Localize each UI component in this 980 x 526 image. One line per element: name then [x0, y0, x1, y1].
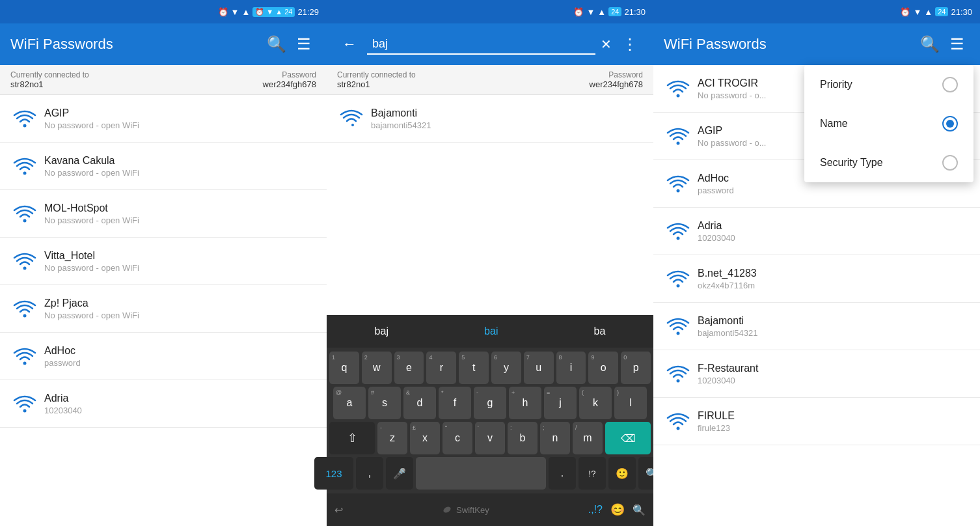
wifi-item-p1-2[interactable]: MOL-HotSpot No password - open WiFi	[0, 190, 327, 238]
wifi-icon-p3-7	[664, 407, 692, 436]
wifi-item-p1-1[interactable]: Kavana Cakula No password - open WiFi	[0, 143, 327, 190]
key-o[interactable]: 9o	[588, 352, 618, 384]
key-delete[interactable]: ⌫	[605, 422, 651, 454]
back-button[interactable]: ←	[337, 31, 362, 58]
filter-button-3[interactable]: ☰	[945, 30, 970, 59]
wifi-item-p1-3[interactable]: Vitta_Hotel No password - open WiFi	[0, 238, 327, 285]
wifi-item-p3-7[interactable]: FIRULE firule123	[653, 398, 980, 445]
search-button-1[interactable]: 🔍	[262, 30, 292, 59]
key-r[interactable]: 4r	[426, 352, 456, 384]
password-label-2: Password	[590, 70, 643, 79]
wifi-item-p3-3[interactable]: Adria 10203040	[653, 208, 980, 255]
key-z[interactable]: -z	[377, 422, 407, 454]
signal-icon-3: ▲	[924, 7, 932, 17]
key-i[interactable]: 8i	[556, 352, 586, 384]
wifi-item-p1-5[interactable]: AdHoc password	[0, 333, 327, 380]
svg-point-4	[23, 314, 27, 318]
key-w[interactable]: 2w	[362, 352, 392, 384]
suggestion-bai[interactable]: bai	[469, 320, 513, 342]
key-l[interactable]: )l	[614, 387, 647, 419]
alarm-icon-3: ⏰	[900, 7, 910, 17]
wifi-item-p1-4[interactable]: Zp! Pjaca No password - open WiFi	[0, 285, 327, 333]
key-s[interactable]: #s	[368, 387, 401, 419]
search-result-sub: bajamonti54321	[371, 120, 643, 130]
key-t[interactable]: 5t	[459, 352, 489, 384]
svg-point-0	[23, 124, 27, 128]
key-shift[interactable]: ⇧	[329, 422, 375, 454]
key-mic[interactable]: 🎤	[386, 457, 413, 490]
key-q[interactable]: 1q	[329, 352, 359, 384]
signal-icon-2: ▲	[597, 7, 606, 17]
wifi-item-p1-0[interactable]: AGIP No password - open WiFi	[0, 95, 327, 143]
dropdown-label-security: Security Type	[820, 157, 883, 169]
radio-name[interactable]	[942, 116, 958, 132]
wifi-sub-p3-2: password	[698, 186, 970, 195]
key-c[interactable]: "c	[442, 422, 472, 454]
wifi-name-p1-5: AdHoc	[44, 345, 316, 357]
keyboard-container: baj bai ba 1q 2w 3e 4r 5t 6y 7u 8i 9o 0p…	[327, 315, 653, 526]
key-a[interactable]: @a	[333, 387, 366, 419]
svg-point-14	[677, 380, 680, 383]
suggestion-baj[interactable]: baj	[359, 320, 404, 342]
key-m[interactable]: /m	[573, 422, 603, 454]
wifi-icon-p3-6	[664, 359, 692, 388]
clear-button[interactable]: ✕	[595, 31, 617, 57]
key-j[interactable]: =j	[544, 387, 577, 419]
svg-point-9	[677, 142, 680, 145]
app-bar-1: WiFi Passwords 🔍 ☰	[0, 23, 327, 65]
key-b[interactable]: :b	[508, 422, 538, 454]
wifi-status-icon-3: ▼	[913, 7, 921, 17]
radio-priority[interactable]	[942, 77, 958, 92]
key-emoji[interactable]: 🙂	[608, 457, 636, 490]
key-n[interactable]: ;n	[540, 422, 570, 454]
search-result-item[interactable]: Bajamonti bajamonti54321	[327, 95, 653, 143]
key-y[interactable]: 6y	[491, 352, 521, 384]
swiftkey-icon-3: 😊	[610, 503, 625, 517]
wifi-sub-p1-2: No password - open WiFi	[44, 215, 316, 225]
search-button-3[interactable]: 🔍	[915, 30, 945, 59]
alarm-icon-2: ⏰	[573, 7, 584, 17]
key-d[interactable]: &d	[403, 387, 436, 419]
keyboard-body: 1q 2w 3e 4r 5t 6y 7u 8i 9o 0p @a #s &d *…	[327, 348, 653, 493]
wifi-icon-p3-0	[664, 74, 692, 103]
app-bar-3: WiFi Passwords 🔍 ☰	[653, 23, 980, 65]
key-g[interactable]: -g	[474, 387, 506, 419]
svg-point-13	[677, 332, 680, 335]
wifi-item-p3-5[interactable]: Bajamonti bajamonti54321	[653, 303, 980, 350]
key-u[interactable]: 7u	[524, 352, 554, 384]
wifi-item-p1-6[interactable]: Adria 10203040	[0, 380, 327, 428]
wifi-item-p3-4[interactable]: B.net_41283 okz4x4b7116m	[653, 255, 980, 303]
connected-label-1: Currently connected to	[10, 70, 89, 79]
wifi-name-p3-3: Adria	[698, 220, 970, 232]
search-result-info: Bajamonti bajamonti54321	[366, 107, 643, 130]
wifi-info-p3-4: B.net_41283 okz4x4b7116m	[692, 268, 970, 290]
key-h[interactable]: +h	[509, 387, 541, 419]
connected-network-2: str82no1	[337, 79, 416, 89]
key-exclaim[interactable]: !?	[578, 457, 606, 490]
suggestion-ba[interactable]: ba	[578, 320, 621, 342]
search-input[interactable]	[367, 35, 595, 55]
key-space[interactable]	[416, 457, 546, 490]
swiftkey-icon-4: 🔍	[633, 504, 646, 516]
wifi-icon-p1-0	[10, 104, 39, 133]
dropdown-item-priority[interactable]: Priority	[804, 65, 973, 104]
key-x[interactable]: £x	[410, 422, 440, 454]
svg-point-10	[677, 189, 680, 193]
key-e[interactable]: 3e	[394, 352, 424, 384]
key-v[interactable]: 'v	[475, 422, 505, 454]
more-button[interactable]: ⋮	[617, 30, 643, 59]
radio-security[interactable]	[942, 155, 958, 171]
wifi-item-p3-6[interactable]: F-Restaurant 10203040	[653, 350, 980, 398]
key-numbers[interactable]: 123	[314, 457, 353, 490]
filter-button-1[interactable]: ☰	[292, 30, 316, 59]
dropdown-item-name[interactable]: Name	[804, 104, 973, 143]
dropdown-item-security[interactable]: Security Type	[804, 143, 973, 182]
connected-right-2: Password wer234fgh678	[590, 70, 643, 89]
key-p[interactable]: 0p	[621, 352, 651, 384]
key-f[interactable]: *f	[439, 387, 471, 419]
status-bar-1: ⏰ ▼ ▲ ⏰ ▼ ▲ 24 21:29	[0, 0, 327, 23]
key-k[interactable]: (k	[579, 387, 612, 419]
key-dot[interactable]: .	[549, 457, 576, 490]
key-comma[interactable]: ,	[356, 457, 383, 490]
wifi-icon-p1-5	[10, 342, 39, 370]
